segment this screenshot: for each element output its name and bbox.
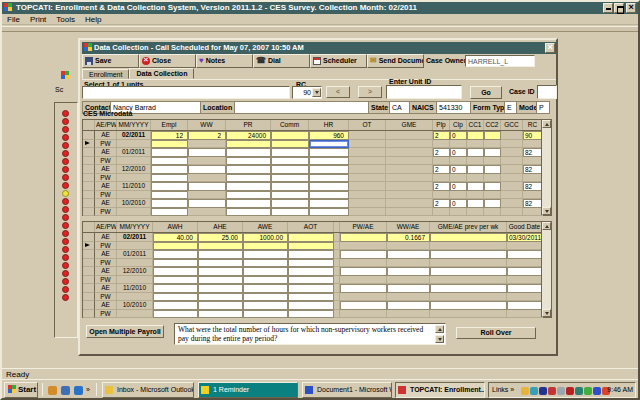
row-selector[interactable] <box>83 157 95 166</box>
cell-awe[interactable] <box>243 242 288 251</box>
cell-good[interactable] <box>507 267 543 276</box>
row-selector[interactable] <box>83 267 95 276</box>
cell-ahe[interactable] <box>198 301 243 310</box>
cell-clp[interactable]: 0 <box>450 148 467 157</box>
status-dot[interactable] <box>62 150 69 157</box>
quick-launch-overflow-icon[interactable]: » <box>86 386 90 393</box>
cell-aot[interactable] <box>288 276 334 285</box>
cell-awh[interactable] <box>153 267 198 276</box>
menu-item-help[interactable]: Help <box>85 15 101 24</box>
scroll-up-icon[interactable] <box>542 222 551 230</box>
cell-hr[interactable] <box>309 165 349 174</box>
cell-good[interactable] <box>507 284 543 293</box>
close-icon[interactable] <box>626 3 636 13</box>
cell-ww[interactable]: 2 <box>188 131 226 140</box>
task-button-4[interactable]: TOPCATI: Enrollment... <box>395 382 485 398</box>
cell-plp[interactable]: 2 <box>433 131 450 140</box>
cell-pwae[interactable] <box>340 284 387 293</box>
cell-empl[interactable] <box>151 182 188 191</box>
quick-launch-icon-3[interactable] <box>74 386 83 395</box>
cell-aot[interactable] <box>288 259 334 268</box>
row-selector[interactable] <box>83 242 95 251</box>
cell-awh[interactable] <box>153 242 198 251</box>
status-dot[interactable] <box>62 198 69 205</box>
cell-wwae[interactable]: 0.1667 <box>387 233 430 242</box>
cell-cc1[interactable] <box>467 182 484 191</box>
cell-hr[interactable] <box>309 208 349 217</box>
cell-ww[interactable] <box>188 199 226 208</box>
status-dot[interactable] <box>62 206 69 213</box>
tray-icon-9[interactable] <box>593 387 601 395</box>
cell-ahe[interactable] <box>198 293 243 302</box>
links-toolbar[interactable]: Links <box>492 386 508 393</box>
close-button[interactable]: Close <box>139 54 196 68</box>
question-text-box[interactable]: What were the total number of hours for … <box>174 323 446 345</box>
cell-comm[interactable] <box>271 148 309 157</box>
cell-clp[interactable]: 0 <box>450 182 467 191</box>
cell-cc2[interactable] <box>484 131 501 140</box>
task-button-3[interactable]: Document1 - Microsoft W... <box>302 382 392 398</box>
cell-aot[interactable] <box>288 284 334 293</box>
cell-comm[interactable] <box>271 140 309 149</box>
cell-clp[interactable]: 0 <box>450 199 467 208</box>
go-button[interactable]: Go <box>470 86 502 99</box>
cell-pr[interactable] <box>226 199 271 208</box>
cell-ww[interactable] <box>188 182 226 191</box>
cell-awe[interactable] <box>243 276 288 285</box>
cell-ahe[interactable] <box>198 276 243 285</box>
cell-comm[interactable] <box>271 165 309 174</box>
status-dot[interactable] <box>62 262 69 269</box>
case-id-input[interactable] <box>537 85 557 99</box>
maximize-icon[interactable] <box>614 3 624 13</box>
cell-awe[interactable] <box>243 250 288 259</box>
cell-pwae[interactable] <box>340 250 387 259</box>
tray-icon-5[interactable] <box>557 387 565 395</box>
cell-hr[interactable] <box>309 140 349 149</box>
cell-pr[interactable] <box>226 148 271 157</box>
scroll-down-icon[interactable] <box>542 309 551 317</box>
cell-hr[interactable] <box>309 157 349 166</box>
dialog-close-icon[interactable]: × <box>545 43 555 53</box>
cell-hr[interactable] <box>309 191 349 200</box>
cell-awe[interactable] <box>243 259 288 268</box>
table-scrollbar[interactable] <box>541 120 551 215</box>
cell-empl[interactable] <box>151 174 188 183</box>
cell-awh[interactable] <box>153 310 198 319</box>
cell-ahe[interactable] <box>198 310 243 319</box>
cell-awe[interactable] <box>243 293 288 302</box>
cell-aot[interactable] <box>288 242 334 251</box>
status-dot[interactable] <box>62 278 69 285</box>
scroll-up-icon[interactable] <box>542 120 551 128</box>
cell-clp[interactable]: 0 <box>450 131 467 140</box>
cell-aot[interactable] <box>288 293 334 302</box>
cell-cc1[interactable] <box>467 131 484 140</box>
cell-ahe[interactable] <box>198 242 243 251</box>
cell-empl[interactable] <box>151 148 188 157</box>
tray-icon-6[interactable] <box>566 387 574 395</box>
task-button-2[interactable]: 1 Reminder <box>198 382 298 398</box>
cell-ahe[interactable] <box>198 250 243 259</box>
status-dot[interactable] <box>62 166 69 173</box>
status-dot[interactable] <box>62 286 69 293</box>
cell-plp[interactable]: 2 <box>433 199 450 208</box>
status-dot[interactable] <box>62 182 69 189</box>
row-selector[interactable] <box>83 199 95 208</box>
status-dot[interactable] <box>62 294 69 301</box>
status-dot[interactable] <box>62 126 69 133</box>
cell-awh[interactable]: 40.00 <box>153 233 198 242</box>
cell-comm[interactable] <box>271 208 309 217</box>
status-dot[interactable] <box>62 174 69 181</box>
cell-awh[interactable] <box>153 301 198 310</box>
row-selector[interactable] <box>83 259 95 268</box>
rc-dropdown-icon[interactable] <box>312 88 321 97</box>
cell-comm[interactable] <box>271 191 309 200</box>
row-selector[interactable] <box>83 310 95 319</box>
send-document-button[interactable]: Send Document <box>367 54 424 68</box>
menu-item-file[interactable]: File <box>7 15 20 24</box>
cell-cc2[interactable] <box>484 182 501 191</box>
row-selector[interactable] <box>83 276 95 285</box>
rc-combo[interactable]: 90 <box>292 86 322 99</box>
cell-wwae[interactable] <box>387 301 430 310</box>
cell-cc1[interactable] <box>467 199 484 208</box>
cell-pr[interactable] <box>226 165 271 174</box>
